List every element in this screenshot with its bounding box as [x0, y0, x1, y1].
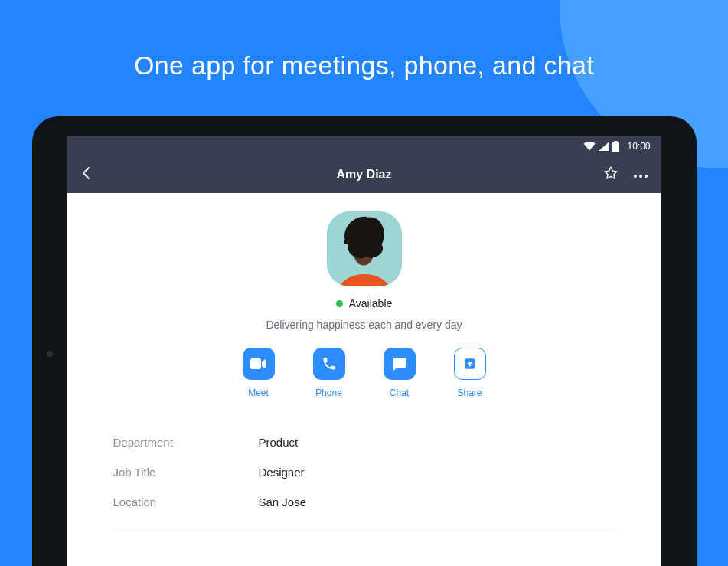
screen: 10:00 Amy Diaz: [67, 136, 661, 566]
svg-rect-5: [250, 358, 261, 369]
avatar[interactable]: [327, 211, 402, 286]
chat-label: Chat: [390, 388, 409, 398]
action-row: Meet Phone Chat: [67, 348, 661, 398]
presence-text: Available: [349, 297, 393, 309]
share-label: Share: [457, 388, 482, 398]
status-bar: 10:00: [67, 136, 661, 156]
detail-row-department: Department Product: [113, 427, 615, 457]
promo-tagline: One app for meetings, phone, and chat: [0, 51, 728, 80]
phone-button[interactable]: Phone: [313, 348, 345, 398]
more-button[interactable]: [634, 168, 648, 182]
phone-label: Phone: [315, 388, 342, 398]
department-value: Product: [259, 436, 299, 449]
meet-label: Meet: [248, 388, 269, 398]
department-label: Department: [113, 436, 259, 449]
presence-row: Available: [67, 297, 661, 309]
battery-icon: [612, 141, 619, 152]
cellular-icon: [599, 142, 609, 151]
location-value: San Jose: [259, 496, 307, 509]
favorite-button[interactable]: [603, 165, 619, 184]
detail-row-location: Location San Jose: [113, 487, 615, 517]
share-button[interactable]: Share: [454, 348, 486, 398]
details-section: Department Product Job Title Designer Lo…: [113, 427, 615, 528]
svg-point-2: [645, 175, 648, 178]
profile-tagline: Delivering happiness each and every day: [67, 319, 661, 331]
tablet-frame: 10:00 Amy Diaz: [32, 116, 697, 566]
back-button[interactable]: [81, 166, 90, 183]
page-title: Amy Diaz: [67, 168, 661, 182]
job-title-label: Job Title: [113, 466, 259, 479]
chat-icon: [384, 348, 416, 380]
detail-row-job-title: Job Title Designer: [113, 457, 615, 487]
header: Amy Diaz: [67, 156, 661, 193]
more-icon: [634, 174, 648, 178]
wifi-icon: [583, 142, 596, 151]
profile-content: Available Delivering happiness each and …: [67, 193, 661, 528]
tablet-camera: [47, 351, 53, 357]
video-icon: [243, 348, 275, 380]
share-icon: [454, 348, 486, 380]
job-title-value: Designer: [259, 466, 305, 479]
location-label: Location: [113, 496, 259, 509]
svg-point-1: [639, 175, 642, 178]
chat-button[interactable]: Chat: [384, 348, 416, 398]
avatar-image: [327, 211, 402, 286]
presence-dot-icon: [336, 300, 343, 307]
phone-icon: [313, 348, 345, 380]
svg-point-0: [634, 175, 637, 178]
status-time: 10:00: [627, 141, 650, 152]
star-icon: [603, 165, 619, 181]
meet-button[interactable]: Meet: [243, 348, 275, 398]
